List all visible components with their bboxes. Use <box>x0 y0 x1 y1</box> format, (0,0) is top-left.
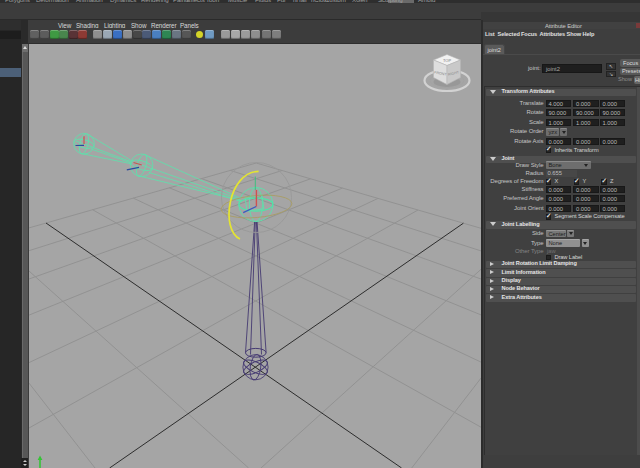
svg-text:TOP: TOP <box>443 58 451 63</box>
